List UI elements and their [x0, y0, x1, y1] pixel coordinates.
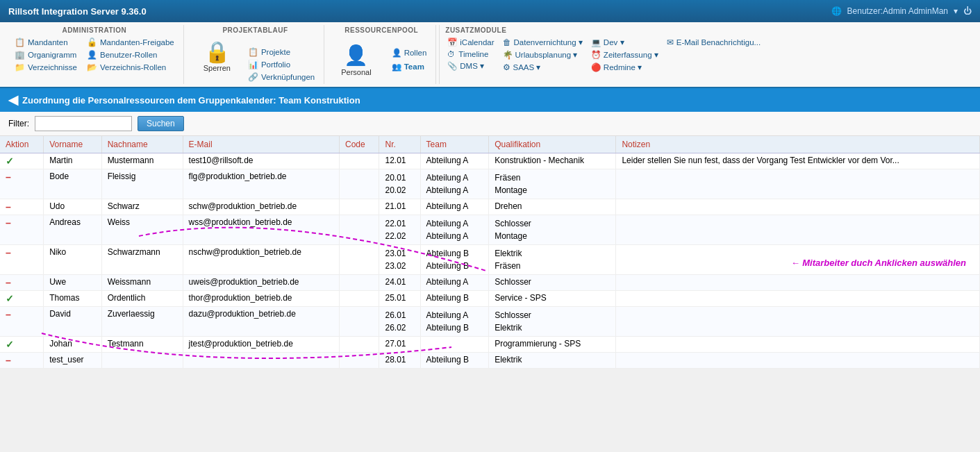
table-row[interactable]: –NikoSchwarzmannnschw@produktion_betrieb… [0, 245, 980, 275]
power-icon[interactable]: ⏻ [963, 6, 972, 16]
search-button[interactable]: Suchen [138, 116, 184, 131]
cell-nachname: Schwarz [101, 199, 183, 215]
projekte-label: Projekte [261, 48, 290, 56]
cell-nr: 24.01 [379, 275, 420, 291]
email-label: E-Mail Benachrichtigu... [676, 38, 761, 47]
cell-vorname: Andreas [44, 215, 101, 245]
verknuepfungen-item[interactable]: 🔗 Verknüpfungen [246, 72, 317, 83]
datenvernichtung-item[interactable]: 🗑 Datenvernichtung ▾ [501, 37, 585, 48]
verknuepfungen-label: Verknüpfungen [261, 73, 315, 81]
col-vorname: Vorname [44, 136, 101, 153]
dms-item[interactable]: 📎 DMS ▾ [445, 60, 496, 72]
organigramm-item[interactable]: 🏢 Organigramm [13, 49, 79, 60]
cell-aktion[interactable]: – [0, 169, 44, 199]
table-row[interactable]: –BodeFleissigflg@produktion_betrieb.de20… [0, 169, 980, 199]
cell-nr: 22.0122.02 [379, 215, 420, 245]
admin-col-left: 📋 Mandanten 🏢 Organigramm 📁 Verzeichniss… [13, 37, 79, 73]
organigramm-label: Organigramm [28, 51, 76, 59]
page-header: ◀ Zuordnung die Personalressourcen dem G… [0, 88, 980, 112]
cell-nr: 25.01 [379, 291, 420, 307]
cell-nr: 20.0120.02 [379, 169, 420, 199]
timeline-icon: ⏱ [447, 50, 456, 58]
cell-aktion[interactable]: ✓ [0, 291, 44, 307]
lock-icon: 🔒 [204, 40, 230, 64]
back-button[interactable]: ◀ [8, 92, 18, 108]
cell-aktion[interactable]: ✓ [0, 337, 44, 353]
cell-notizen [616, 275, 980, 291]
cell-vorname: test_user [44, 353, 101, 369]
cell-code [340, 199, 379, 215]
verzeichnis-rollen-item[interactable]: 📂 Verzeichnis-Rollen [85, 62, 176, 73]
cell-vorname: Martin [44, 153, 101, 169]
cell-qualifikation: Schlosser [489, 275, 616, 291]
cell-aktion[interactable]: ✓ [0, 153, 44, 169]
col-nachname: Nachname [101, 136, 183, 153]
verzeichnisse-item[interactable]: 📁 Verzeichnisse [13, 62, 79, 73]
urlaubsplanung-label: Urlaubsplanung ▾ [515, 50, 578, 60]
benutzer-rollen-item[interactable]: 👤 Benutzer-Rollen [85, 49, 176, 60]
table-row[interactable]: –UdoSchwarzschw@produktion_betrieb.de21.… [0, 199, 980, 215]
table-row[interactable]: –test_user28.01Abteilung BElektrik [0, 353, 980, 369]
cell-email: schw@produktion_betrieb.de [183, 199, 339, 215]
urlaubsplanung-item[interactable]: 🌴 Urlaubsplanung ▾ [501, 49, 585, 60]
mandanten-freigabe-item[interactable]: 🔓 Mandanten-Freigabe [85, 37, 176, 48]
table-row[interactable]: ✓ThomasOrdentlichthor@produktion_betrieb… [0, 291, 980, 307]
projektablauf-label: PROJEKTABLAUF [222, 26, 288, 34]
projekte-item[interactable]: 📋 Projekte [246, 47, 317, 58]
dev-item[interactable]: 💻 Dev ▾ [589, 37, 661, 48]
filter-label: Filter: [8, 119, 29, 128]
portfolio-item[interactable]: 📊 Portfolio [246, 59, 317, 70]
mandanten-label: Mandanten [28, 38, 68, 47]
icalendar-item[interactable]: 📅 iCalendar [445, 37, 496, 48]
minus-icon: – [6, 247, 11, 258]
rollen-item[interactable]: 👤 Rollen [390, 47, 429, 58]
redmine-item[interactable]: 🔴 Redmine ▾ [589, 62, 661, 73]
projekte-icon: 📋 [248, 47, 258, 57]
mandanten-item[interactable]: 📋 Mandanten [13, 37, 79, 48]
cell-email: nschw@produktion_betrieb.de [183, 245, 339, 275]
page-title: Zuordnung die Personalressourcen dem Gru… [22, 95, 360, 106]
table-row[interactable]: –AndreasWeisswss@produktion_betrieb.de22… [0, 215, 980, 245]
cell-vorname: Uwe [44, 275, 101, 291]
cell-notizen [616, 199, 980, 215]
cell-email [183, 353, 339, 369]
table-row[interactable]: ✓MartinMustermanntest10@rillsoft.de12.01… [0, 153, 980, 169]
personal-item[interactable]: 👤 Personal [334, 41, 378, 79]
dev-icon: 💻 [591, 37, 601, 47]
mandanten-freigabe-label: Mandanten-Freigabe [100, 38, 174, 47]
team-item[interactable]: 👥 Team [390, 61, 429, 72]
saas-item[interactable]: ⚙ SAAS ▾ [501, 62, 585, 73]
zeiterfassung-label: Zeiterfassung ▾ [604, 50, 658, 60]
cell-aktion[interactable]: – [0, 307, 44, 337]
cell-aktion[interactable]: – [0, 199, 44, 215]
administration-items: 📋 Mandanten 🏢 Organigramm 📁 Verzeichniss… [13, 37, 176, 83]
icalendar-label: iCalendar [460, 38, 494, 47]
minus-icon: – [6, 171, 11, 183]
cell-aktion[interactable]: – [0, 245, 44, 275]
cell-aktion[interactable]: – [0, 353, 44, 369]
cell-nr: 28.01 [379, 353, 420, 369]
cell-code [340, 353, 379, 369]
cell-notizen [616, 353, 980, 369]
cell-team: Abteilung B [420, 353, 489, 369]
saas-label: SAAS ▾ [513, 62, 541, 72]
dropdown-arrow[interactable]: ▾ [954, 6, 958, 16]
cell-nachname: Weissmann [101, 275, 183, 291]
cell-aktion[interactable]: – [0, 275, 44, 291]
cell-vorname: Thomas [44, 291, 101, 307]
table-row[interactable]: –DavidZuverlaessigdazu@produktion_betrie… [0, 307, 980, 337]
cell-email: thor@produktion_betrieb.de [183, 291, 339, 307]
cell-aktion[interactable]: – [0, 215, 44, 245]
table-row[interactable]: –UweWeissmannuweis@produktion_betrieb.de… [0, 275, 980, 291]
table-wrapper: Aktion Vorname Nachname E-Mail Code Nr. … [0, 136, 980, 369]
col-email: E-Mail [183, 136, 339, 153]
cell-nachname: Ordentlich [101, 291, 183, 307]
zeiterfassung-item[interactable]: ⏰ Zeiterfassung ▾ [589, 49, 661, 60]
timeline-item[interactable]: ⏱ Timeline [445, 49, 496, 59]
zusatzmodule-label: ZUSATZMODULE [445, 26, 969, 34]
cell-nr: 21.01 [379, 199, 420, 215]
cell-vorname: Niko [44, 245, 101, 275]
table-row[interactable]: ✓JohanTestmannjtest@produktion_betrieb.d… [0, 337, 980, 353]
email-item[interactable]: ✉ E-Mail Benachrichtigu... [665, 37, 763, 48]
filter-input[interactable] [35, 116, 132, 131]
